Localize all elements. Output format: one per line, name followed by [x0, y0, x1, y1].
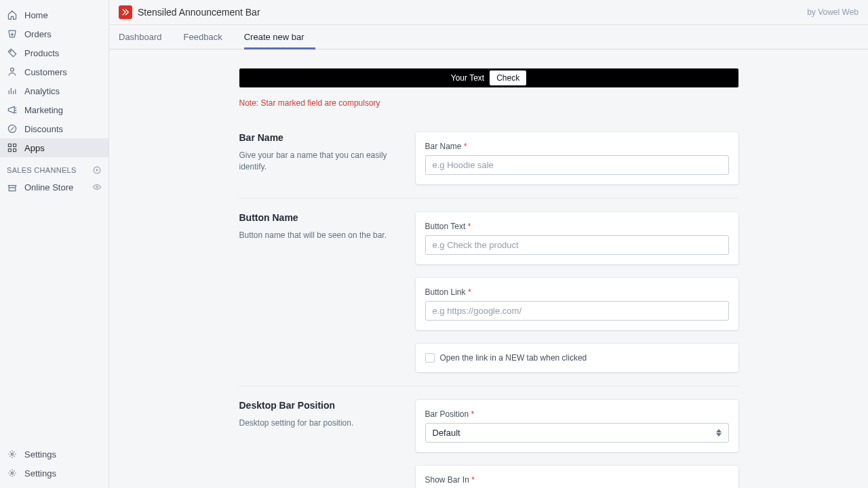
- home-icon: [7, 9, 18, 20]
- marketing-icon: [7, 104, 18, 115]
- app-title: Stensiled Announcement Bar: [138, 7, 260, 18]
- svg-point-1: [11, 68, 14, 71]
- nav-label: Marketing: [24, 105, 63, 115]
- bar-name-label: Bar Name *: [425, 142, 729, 151]
- required-note: Note: Star marked field are compulsory: [239, 98, 738, 108]
- nav-customers[interactable]: Customers: [0, 62, 108, 81]
- nav-label: Apps: [24, 143, 45, 153]
- section-desc: Desktop setting for bar position.: [239, 418, 402, 429]
- section-desc: Give your bar a name that you can easily…: [239, 150, 402, 173]
- preview-text: Your Text: [451, 73, 484, 83]
- app-logo-icon: [119, 5, 132, 19]
- new-tab-label: Open the link in a NEW tab when clicked: [440, 353, 587, 363]
- svg-rect-6: [14, 149, 16, 152]
- settings-label: Settings: [24, 468, 56, 479]
- svg-rect-5: [8, 149, 11, 152]
- svg-point-10: [11, 472, 13, 474]
- nav-label: Orders: [24, 29, 52, 39]
- svg-point-0: [10, 51, 12, 52]
- button-text-card: Button Text *: [416, 212, 738, 264]
- nav-orders[interactable]: Orders: [0, 24, 108, 43]
- section-desktop-position: Desktop Bar Position Desktop setting for…: [239, 386, 738, 488]
- section-title: Button Name: [239, 212, 402, 223]
- section-bar-name: Bar Name Give your bar a name that you c…: [239, 119, 738, 199]
- section-button-name: Button Name Button name that will be see…: [239, 199, 738, 386]
- nav-label: Discounts: [24, 124, 63, 134]
- nav-label: Home: [24, 10, 48, 20]
- svg-rect-4: [14, 144, 16, 146]
- show-bar-label: Show Bar In *: [425, 475, 729, 485]
- button-text-label: Button Text *: [425, 222, 729, 231]
- nav-marketing[interactable]: Marketing: [0, 100, 108, 119]
- by-vowel-web: by Vowel Web: [807, 7, 859, 17]
- customers-icon: [7, 66, 18, 77]
- channel-online-store[interactable]: Online Store: [0, 178, 108, 197]
- nav-label: Analytics: [24, 86, 60, 96]
- gear-icon: [7, 449, 18, 460]
- tab-dashboard[interactable]: Dashboard: [119, 25, 173, 49]
- apps-icon: [7, 142, 18, 153]
- bar-position-card: Bar Position * Default: [416, 400, 738, 452]
- bar-name-card: Bar Name *: [416, 132, 738, 184]
- sales-channels-heading: SALES CHANNELS: [0, 157, 108, 178]
- plus-circle-icon[interactable]: [92, 165, 102, 175]
- tab-feedback[interactable]: Feedback: [184, 25, 233, 49]
- settings-item-1[interactable]: Settings: [0, 445, 108, 464]
- new-tab-checkbox[interactable]: [425, 353, 435, 363]
- nav-analytics[interactable]: Analytics: [0, 81, 108, 100]
- preview-button[interactable]: Check: [490, 70, 526, 85]
- section-desc: Button name that will be seen on the bar…: [239, 230, 402, 241]
- svg-point-8: [96, 186, 98, 188]
- channel-label: Online Store: [24, 182, 73, 192]
- tabs: Dashboard Feedback Create new bar: [109, 25, 868, 49]
- select-value: Default: [433, 428, 460, 438]
- bar-position-label: Bar Position *: [425, 409, 729, 419]
- settings-label: Settings: [24, 449, 56, 460]
- eye-icon[interactable]: [92, 182, 102, 192]
- new-tab-card: Open the link in a NEW tab when clicked: [416, 344, 738, 372]
- section-title: Bar Name: [239, 132, 402, 143]
- app-header: Stensiled Announcement Bar by Vowel Web: [109, 0, 868, 25]
- nav-discounts[interactable]: Discounts: [0, 119, 108, 138]
- button-text-input[interactable]: [425, 235, 729, 255]
- bar-name-input[interactable]: [425, 155, 729, 175]
- gear-icon: [7, 468, 18, 479]
- orders-icon: [7, 28, 18, 39]
- section-heading-text: SALES CHANNELS: [7, 166, 77, 174]
- bar-position-select[interactable]: Default: [425, 423, 729, 443]
- nav-home[interactable]: Home: [0, 5, 108, 24]
- discounts-icon: [7, 123, 18, 134]
- preview-bar: Your Text Check: [239, 68, 738, 87]
- select-arrows-icon: [716, 429, 722, 436]
- products-icon: [7, 47, 18, 58]
- sidebar: Home Orders Products Customers Analytics…: [0, 0, 109, 488]
- nav-label: Products: [24, 48, 59, 58]
- svg-point-9: [11, 453, 13, 455]
- button-link-input[interactable]: [425, 301, 729, 321]
- nav-label: Customers: [24, 67, 67, 77]
- settings-item-2[interactable]: Settings: [0, 464, 108, 483]
- button-link-card: Button Link *: [416, 278, 738, 330]
- svg-rect-3: [8, 144, 11, 146]
- main: Stensiled Announcement Bar by Vowel Web …: [109, 0, 868, 488]
- tab-create-new-bar[interactable]: Create new bar: [244, 25, 315, 49]
- button-link-label: Button Link *: [425, 287, 729, 297]
- nav-products[interactable]: Products: [0, 43, 108, 62]
- nav-apps[interactable]: Apps: [0, 138, 108, 157]
- analytics-icon: [7, 85, 18, 96]
- content-scroll[interactable]: Your Text Check Note: Star marked field …: [109, 49, 868, 488]
- store-icon: [7, 182, 18, 192]
- show-bar-card: Show Bar In * Default: [416, 466, 738, 488]
- section-title: Desktop Bar Position: [239, 400, 402, 411]
